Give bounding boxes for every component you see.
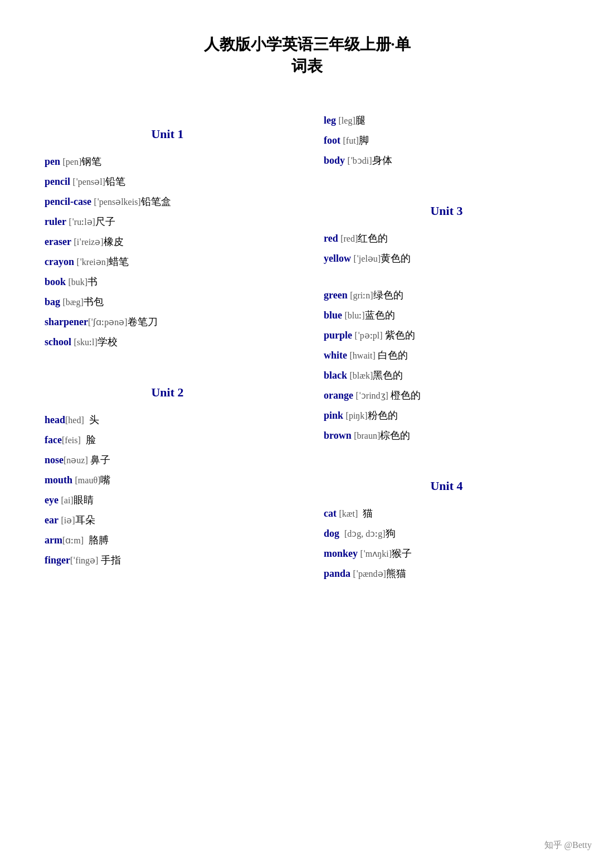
list-item: arm[ɑːm] 胳膊 (45, 530, 290, 550)
list-item: brown [braun]棕色的 (324, 425, 569, 445)
list-item: orange [ˈɔrindʒ] 橙色的 (324, 385, 569, 405)
list-item: green [griːn]绿色的 (324, 285, 569, 305)
list-item: yellow [ˈjeləu]黄色的 (324, 248, 569, 268)
unit3-cont-vocab-list: green [griːn]绿色的 blue [bluː]蓝色的 purple [… (324, 285, 569, 445)
list-item: face[feis] 脸 (45, 430, 290, 450)
page-title: 人教版小学英语三年级上册·单 词表 (45, 33, 569, 77)
list-item: dog [dɔg, dɔːg]狗 (324, 523, 569, 543)
list-item: eye [ai]眼睛 (45, 490, 290, 510)
list-item: mouth [mauθ]嘴 (45, 470, 290, 490)
spacer (324, 445, 569, 462)
list-item: book [buk]书 (45, 272, 290, 292)
list-item: sharpener[ˈʃɑːpənə]卷笔刀 (45, 312, 290, 332)
list-item: pencil-case [ˈpensəlkeis]铅笔盒 (45, 192, 290, 212)
unit4-vocab-list: cat [kæt] 猫 dog [dɔg, dɔːg]狗 monkey [ˈmʌ… (324, 503, 569, 583)
list-item: finger[ˈfingə] 手指 (45, 550, 290, 570)
unit4-heading: Unit 4 (324, 479, 569, 493)
unit2-cont-vocab-list: leg [leg]腿 foot [fut]脚 body [ˈbɔdi]身体 (324, 110, 569, 170)
list-item: bag [bæg]书包 (45, 292, 290, 312)
list-item: pink [piŋk]粉色的 (324, 405, 569, 425)
list-item: blue [bluː]蓝色的 (324, 305, 569, 325)
spacer (45, 352, 290, 369)
list-item: panda [ˈpændə]熊猫 (324, 563, 569, 583)
list-item: foot [fut]脚 (324, 130, 569, 150)
left-column: Unit 1 pen [pen]钢笔 pencil [ˈpensəl]铅笔 pe… (45, 110, 307, 583)
unit2-heading: Unit 2 (45, 385, 290, 400)
list-item: ruler [ˈruːlə]尺子 (45, 212, 290, 232)
list-item: ear [iə]耳朵 (45, 510, 290, 530)
list-item: cat [kæt] 猫 (324, 503, 569, 523)
list-item: monkey [ˈmʌŋki]猴子 (324, 543, 569, 563)
list-item: school [skuːl]学校 (45, 332, 290, 352)
watermark: 知乎 @Betty (544, 840, 592, 851)
list-item: black [blæk]黑色的 (324, 365, 569, 385)
right-column: leg [leg]腿 foot [fut]脚 body [ˈbɔdi]身体 Un… (307, 110, 569, 583)
unit3-heading: Unit 3 (324, 204, 569, 218)
list-item: nose[nəuz] 鼻子 (45, 450, 290, 470)
list-item: red [red]红色的 (324, 228, 569, 248)
spacer (324, 170, 569, 187)
list-item: purple [ˈpəːpl] 紫色的 (324, 325, 569, 345)
unit2-vocab-list: head[hed] 头 face[feis] 脸 nose[nəuz] 鼻子 m… (45, 410, 290, 570)
list-item: leg [leg]腿 (324, 110, 569, 130)
unit1-heading: Unit 1 (45, 127, 290, 141)
list-item: pencil [ˈpensəl]铅笔 (45, 171, 290, 192)
spacer (324, 268, 569, 285)
list-item: eraser [iˈreizə]橡皮 (45, 232, 290, 252)
list-item: body [ˈbɔdi]身体 (324, 150, 569, 170)
list-item: white [hwait] 白色的 (324, 345, 569, 365)
list-item: head[hed] 头 (45, 410, 290, 430)
unit3-vocab-list: red [red]红色的 yellow [ˈjeləu]黄色的 (324, 228, 569, 268)
unit1-vocab-list: pen [pen]钢笔 pencil [ˈpensəl]铅笔 pencil-ca… (45, 151, 290, 352)
list-item: pen [pen]钢笔 (45, 151, 290, 171)
list-item: crayon [ˈkreiən]蜡笔 (45, 252, 290, 272)
